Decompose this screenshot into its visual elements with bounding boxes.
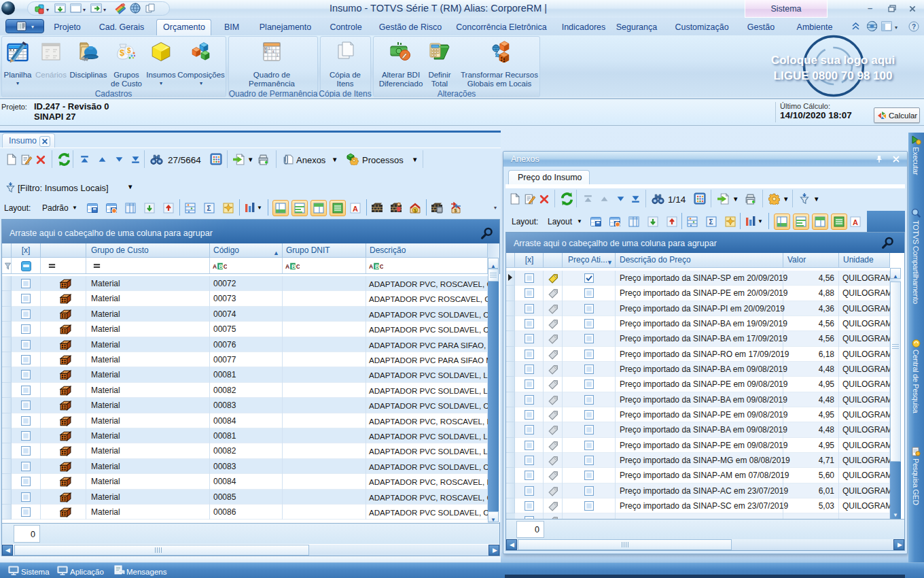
svg-text:?: ?	[912, 23, 916, 31]
svg-text:Σ: Σ	[709, 218, 713, 226]
svg-text:Σ: Σ	[207, 205, 211, 212]
svg-text:A: A	[353, 205, 358, 213]
svg-text:A: A	[853, 218, 858, 226]
svg-text:$: $	[120, 48, 125, 58]
svg-text:$: $	[127, 47, 131, 54]
svg-text:M: M	[264, 50, 267, 54]
